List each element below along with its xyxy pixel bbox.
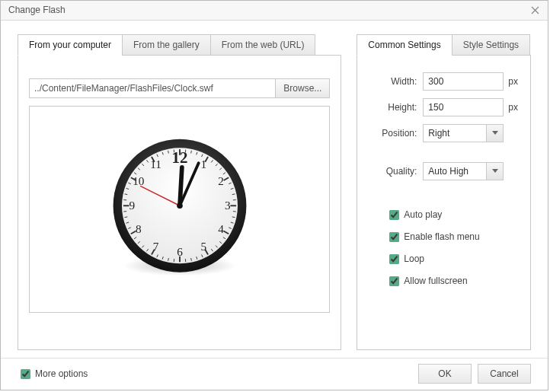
more-options-label: More options <box>35 368 88 379</box>
svg-text:3: 3 <box>225 198 231 211</box>
cancel-button[interactable]: Cancel <box>478 364 531 384</box>
cancel-label: Cancel <box>490 368 518 379</box>
more-options-row: More options <box>18 367 88 381</box>
tab-label: Style Settings <box>463 40 519 50</box>
chevron-down-icon <box>486 125 503 142</box>
quality-row: Quality: Auto High <box>369 162 518 180</box>
svg-text:2: 2 <box>218 174 224 187</box>
svg-text:9: 9 <box>129 198 135 211</box>
quality-select[interactable]: Auto High <box>423 162 504 180</box>
fullscreen-label: Allow fullscreen <box>404 276 467 286</box>
browse-label: Browse... <box>283 83 321 94</box>
enablemenu-checkbox[interactable] <box>389 232 399 242</box>
settings-tabstrip: Common Settings Style Settings <box>357 34 531 56</box>
position-row: Position: Right <box>369 124 518 142</box>
autoplay-checkbox[interactable] <box>389 210 399 220</box>
svg-point-79 <box>177 202 183 209</box>
height-label: Height: <box>369 102 423 113</box>
position-select[interactable]: Right <box>423 124 504 142</box>
position-label: Position: <box>369 128 423 139</box>
close-button[interactable] <box>528 3 542 17</box>
tab-style-settings[interactable]: Style Settings <box>452 34 530 56</box>
svg-text:8: 8 <box>136 222 142 235</box>
fullscreen-checkbox[interactable] <box>389 276 399 286</box>
titlebar: Change Flash <box>1 1 548 21</box>
svg-text:1: 1 <box>200 157 206 170</box>
enablemenu-label: Enable flash menu <box>404 231 479 242</box>
tab-label: From the web (URL) <box>222 40 305 50</box>
position-value: Right <box>424 125 486 142</box>
more-options-checkbox[interactable] <box>21 369 30 379</box>
svg-text:5: 5 <box>200 240 206 253</box>
dialog-footer: More options OK Cancel <box>1 358 548 390</box>
quality-label: Quality: <box>369 166 423 177</box>
width-row: Width: px <box>369 72 518 91</box>
height-row: Height: px <box>369 98 518 116</box>
tab-common-settings[interactable]: Common Settings <box>357 34 452 56</box>
svg-text:12: 12 <box>171 148 187 167</box>
fullscreen-row: Allow fullscreen <box>386 274 518 288</box>
autoplay-label: Auto play <box>404 209 442 220</box>
dialog-content: From your computer From the gallery From… <box>1 21 548 358</box>
tab-label: Common Settings <box>368 40 440 50</box>
source-tabstrip: From your computer From the gallery From… <box>18 34 341 56</box>
width-unit: px <box>508 76 518 87</box>
svg-text:7: 7 <box>153 240 159 253</box>
ok-button[interactable]: OK <box>418 364 472 384</box>
svg-text:10: 10 <box>133 174 145 187</box>
svg-text:11: 11 <box>150 157 161 170</box>
loop-checkbox[interactable] <box>389 254 399 264</box>
tab-label: From the gallery <box>133 40 200 50</box>
source-panel: Browse... <box>18 55 341 350</box>
source-column: From your computer From the gallery From… <box>18 34 341 350</box>
close-icon <box>531 6 539 14</box>
quality-value: Auto High <box>424 163 486 180</box>
autoplay-row: Auto play <box>386 208 518 222</box>
ok-label: OK <box>438 368 451 379</box>
tab-from-computer[interactable]: From your computer <box>18 34 123 56</box>
height-input[interactable] <box>423 98 504 116</box>
file-row: Browse... <box>29 78 330 98</box>
height-unit: px <box>508 102 518 113</box>
browse-button[interactable]: Browse... <box>276 78 330 98</box>
dialog-title: Change Flash <box>8 5 528 15</box>
svg-text:4: 4 <box>218 222 224 235</box>
settings-column: Common Settings Style Settings Width: px… <box>357 34 531 350</box>
tab-label: From your computer <box>29 40 111 50</box>
flash-preview: 12 1 2 3 4 5 6 7 8 9 10 <box>29 106 330 313</box>
settings-panel: Width: px Height: px Position: Right <box>357 55 531 350</box>
loop-row: Loop <box>386 252 518 266</box>
dialog-window: Change Flash From your computer From the… <box>0 0 548 390</box>
file-path-input[interactable] <box>29 78 276 98</box>
clock-graphic: 12 1 2 3 4 5 6 7 8 9 10 <box>107 137 252 282</box>
tab-from-web[interactable]: From the web (URL) <box>210 34 316 56</box>
tab-from-gallery[interactable]: From the gallery <box>122 34 211 56</box>
svg-text:6: 6 <box>177 245 183 258</box>
chevron-down-icon <box>486 163 503 180</box>
width-input[interactable] <box>423 72 504 91</box>
loop-label: Loop <box>404 253 424 264</box>
enablemenu-row: Enable flash menu <box>386 230 518 244</box>
width-label: Width: <box>369 76 423 87</box>
